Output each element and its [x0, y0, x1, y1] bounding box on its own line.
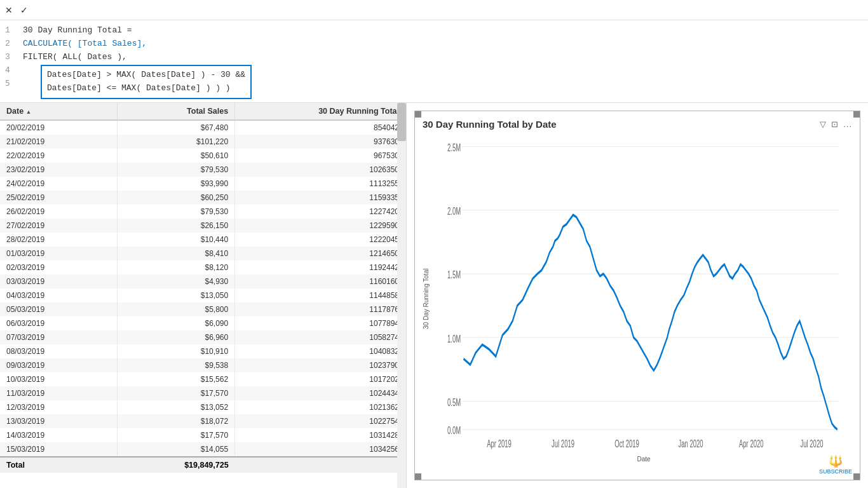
code-editor[interactable]: 1 30 Day Running Total = 2 CALCULATE( [T… [0, 20, 868, 103]
table-cell-17-2: 1023790 [235, 358, 406, 372]
table-cell-6-1: $79,530 [118, 205, 235, 219]
scrollbar-thumb[interactable] [397, 103, 406, 141]
table-cell-22-0: 14/03/2019 [0, 428, 118, 442]
table-row: 02/03/2019$8,1201192442 [0, 261, 406, 274]
chart-svg: 0.0M 0.5M 1.0M 1.5M 2.0M 2.5M Apr 2019 J… [435, 135, 852, 453]
chart-action-icons: ▽ ⊡ ... [820, 119, 852, 129]
table-row: 09/03/2019$9,5381023790 [0, 358, 406, 372]
table-cell-12-1: $13,050 [118, 288, 235, 302]
table-cell-18-2: 1017202 [235, 372, 406, 386]
table-cell-13-2: 1117876 [235, 302, 406, 316]
svg-text:Apr 2019: Apr 2019 [487, 438, 512, 449]
highlight-line-2: Dates[Date] <= MAX( Dates[Date] ) ) ) [47, 82, 245, 95]
table-cell-3-1: $79,530 [118, 163, 235, 177]
table-cell-1-2: 937630 [235, 135, 406, 149]
table-cell-0-0: 20/02/2019 [0, 120, 118, 135]
chart-body: 30 Day Running Total 0.0M [423, 135, 852, 463]
more-icon[interactable]: ... [843, 119, 852, 129]
table-cell-6-2: 1227420 [235, 205, 406, 219]
table-cell-4-0: 24/02/2019 [0, 177, 118, 191]
main-content: Date ▲ Total Sales 30 Day Running Total … [0, 103, 868, 488]
footer-label: Total [0, 457, 118, 473]
table-row: 28/02/2019$10,4401222045 [0, 233, 406, 247]
table-cell-7-0: 27/02/2019 [0, 219, 118, 233]
table-cell-16-0: 08/03/2019 [0, 344, 118, 358]
table-row: 10/03/2019$15,5621017202 [0, 372, 406, 386]
table-row: 26/02/2019$79,5301227420 [0, 205, 406, 219]
resize-handle-bl[interactable] [415, 473, 421, 480]
table-row: 14/03/2019$17,5701031428 [0, 428, 406, 442]
table-row: 04/03/2019$13,0501144858 [0, 288, 406, 302]
data-table: Date ▲ Total Sales 30 Day Running Total … [0, 103, 406, 473]
table-row: 24/02/2019$93,9901113255 [0, 177, 406, 191]
code-line-3: 3 FILTER( ALL( Dates ), [5, 51, 863, 64]
svg-text:0.5M: 0.5M [447, 396, 461, 408]
table-cell-17-1: $9,538 [118, 358, 235, 372]
resize-handle-br[interactable] [853, 473, 860, 480]
svg-text:Jul 2020: Jul 2020 [801, 438, 824, 449]
table-cell-22-2: 1031428 [235, 428, 406, 442]
table-cell-14-1: $6,090 [118, 316, 235, 330]
svg-text:Jul 2019: Jul 2019 [552, 438, 574, 449]
subscribe-badge: 🔱 SUBSCRIBE [819, 454, 852, 475]
svg-text:Oct 2019: Oct 2019 [614, 438, 639, 449]
table-scroll[interactable]: Date ▲ Total Sales 30 Day Running Total … [0, 103, 406, 488]
table-cell-19-1: $17,570 [118, 386, 235, 400]
filter-icon[interactable]: ▽ [820, 119, 826, 129]
svg-text:Jan 2020: Jan 2020 [678, 438, 703, 449]
table-row: 11/03/2019$17,5701024434 [0, 386, 406, 400]
table-cell-14-0: 06/03/2019 [0, 316, 118, 330]
table-cell-4-2: 1113255 [235, 177, 406, 191]
table-cell-8-0: 28/02/2019 [0, 233, 118, 247]
table-cell-2-1: $50,610 [118, 149, 235, 163]
resize-handle-tr[interactable] [853, 111, 860, 118]
col-header-running-total[interactable]: 30 Day Running Total [235, 103, 406, 120]
table-cell-20-1: $13,052 [118, 400, 235, 414]
table-row: 07/03/2019$6,9601058274 [0, 330, 406, 344]
expand-icon[interactable]: ⊡ [831, 119, 838, 129]
table-cell-18-1: $15,562 [118, 372, 235, 386]
table-cell-12-2: 1144858 [235, 288, 406, 302]
table-cell-4-1: $93,990 [118, 177, 235, 191]
table-cell-2-0: 22/02/2019 [0, 149, 118, 163]
svg-text:2.5M: 2.5M [447, 142, 461, 153]
check-icon[interactable]: ✓ [20, 5, 28, 15]
chart-title: 30 Day Running Total by Date [423, 119, 557, 130]
col-header-total-sales[interactable]: Total Sales [118, 103, 235, 120]
chart-section: 30 Day Running Total by Date ▽ ⊡ ... 30 … [407, 103, 868, 488]
table-row: 08/03/2019$10,9101040832 [0, 344, 406, 358]
svg-text:1.0M: 1.0M [447, 333, 461, 344]
table-cell-9-0: 01/03/2019 [0, 247, 118, 261]
close-icon[interactable]: ✕ [5, 5, 13, 15]
table-cell-7-1: $26,150 [118, 219, 235, 233]
svg-text:Apr 2020: Apr 2020 [739, 438, 764, 449]
svg-text:2.0M: 2.0M [447, 205, 461, 217]
subscribe-label: SUBSCRIBE [819, 468, 852, 475]
table-cell-15-1: $6,960 [118, 330, 235, 344]
table-cell-16-1: $10,910 [118, 344, 235, 358]
table-cell-10-2: 1192442 [235, 261, 406, 274]
table-cell-1-0: 21/02/2019 [0, 135, 118, 149]
table-row: 27/02/2019$26,1501229590 [0, 219, 406, 233]
table-cell-3-0: 23/02/2019 [0, 163, 118, 177]
table-cell-20-2: 1021362 [235, 400, 406, 414]
col-header-date[interactable]: Date ▲ [0, 103, 118, 120]
table-cell-8-1: $10,440 [118, 233, 235, 247]
table-row: 05/03/2019$5,8001117876 [0, 302, 406, 316]
table-row: 12/03/2019$13,0521021362 [0, 400, 406, 414]
table-row: 25/02/2019$60,2501159335 [0, 191, 406, 205]
table-cell-19-0: 11/03/2019 [0, 386, 118, 400]
scrollbar-track[interactable] [397, 103, 406, 488]
table-cell-6-0: 26/02/2019 [0, 205, 118, 219]
chart-plot-area: 0.0M 0.5M 1.0M 1.5M 2.0M 2.5M Apr 2019 J… [435, 135, 852, 463]
table-cell-5-1: $60,250 [118, 191, 235, 205]
line-num-4: 4 [5, 64, 18, 77]
resize-handle-tl[interactable] [415, 111, 421, 118]
svg-text:0.0M: 0.0M [447, 425, 461, 437]
table-cell-9-2: 1214650 [235, 247, 406, 261]
table-cell-16-2: 1040832 [235, 344, 406, 358]
table-cell-0-2: 854042 [235, 120, 406, 135]
table-cell-1-1: $101,220 [118, 135, 235, 149]
table-cell-11-0: 03/03/2019 [0, 274, 118, 288]
footer-running-total [235, 457, 406, 473]
